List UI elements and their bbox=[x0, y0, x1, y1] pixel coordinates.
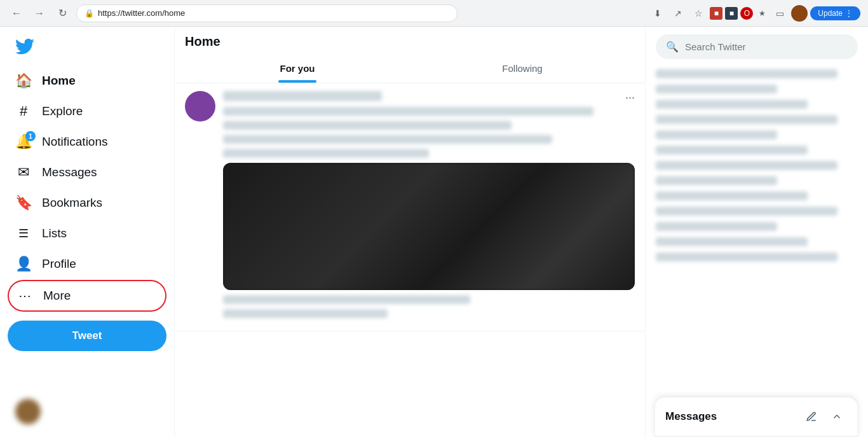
tweet-text-line-2 bbox=[223, 121, 512, 130]
sidebar: 🏠 Home # Explore 🔔 1 Notifications ✉ Mes… bbox=[0, 27, 175, 437]
sidebar-item-notifications[interactable]: 🔔 1 Notifications bbox=[8, 127, 166, 156]
trending-item-13 bbox=[656, 253, 837, 261]
trending-item-2 bbox=[656, 85, 777, 94]
tweet-body: ··· bbox=[223, 91, 635, 323]
sidebar-label-explore: Explore bbox=[42, 104, 83, 118]
more-icon: ⋯ bbox=[17, 288, 33, 304]
back-button[interactable]: ← bbox=[8, 4, 25, 22]
tweet-avatar[interactable] bbox=[185, 91, 215, 121]
search-icon: 🔍 bbox=[666, 41, 679, 53]
tweet-header: ··· bbox=[223, 91, 635, 104]
tweet-feed: ··· bbox=[175, 83, 645, 437]
lock-icon: 🔒 bbox=[85, 9, 94, 18]
tweet-button[interactable]: Tweet bbox=[8, 321, 166, 351]
sidebar-label-profile: Profile bbox=[42, 257, 76, 271]
ext-icon-2[interactable]: ■ bbox=[725, 7, 738, 20]
url-bar[interactable]: 🔒 https://twitter.com/home bbox=[76, 4, 458, 22]
sidebar-label-notifications: Notifications bbox=[42, 135, 108, 149]
ext-icon-3[interactable]: ★ bbox=[756, 7, 768, 20]
browser-actions: ⬇ ↗ ☆ ■ ■ O ★ ▭ Update ⋮ bbox=[649, 4, 860, 22]
messages-actions bbox=[801, 406, 847, 427]
trending-item-12 bbox=[656, 237, 808, 246]
tab-for-you[interactable]: For you bbox=[185, 54, 410, 83]
tweet-more-button[interactable]: ··· bbox=[625, 91, 635, 104]
tweet-image bbox=[223, 163, 635, 290]
sidebar-item-lists[interactable]: ☰ Lists bbox=[8, 219, 166, 248]
tweet-user-info bbox=[223, 91, 382, 101]
ext-icon-1[interactable]: ■ bbox=[710, 7, 722, 20]
tweet-text-line-3 bbox=[223, 135, 552, 144]
messages-title: Messages bbox=[665, 410, 717, 423]
trending-item-8 bbox=[656, 176, 777, 185]
main-header: Home For you Following bbox=[175, 27, 645, 83]
send-icon[interactable]: ↗ bbox=[669, 4, 687, 22]
twitter-logo[interactable] bbox=[8, 32, 166, 64]
explore-icon: # bbox=[15, 103, 32, 120]
profile-icon: 👤 bbox=[15, 256, 32, 272]
tweet-caption-line-2 bbox=[223, 309, 388, 318]
search-input[interactable] bbox=[685, 41, 848, 52]
user-avatar[interactable] bbox=[15, 399, 41, 424]
lists-icon: ☰ bbox=[15, 225, 32, 242]
main-content: Home For you Following ··· bbox=[175, 27, 646, 437]
sidebar-item-home[interactable]: 🏠 Home bbox=[8, 66, 166, 95]
trending-item-6 bbox=[656, 146, 808, 155]
sidebar-label-home: Home bbox=[42, 74, 76, 88]
refresh-button[interactable]: ↻ bbox=[53, 4, 71, 22]
tweet-caption-line-1 bbox=[223, 295, 470, 304]
update-button[interactable]: Update ⋮ bbox=[810, 6, 860, 20]
trending-item-3 bbox=[656, 100, 808, 109]
compose-message-button[interactable] bbox=[801, 406, 822, 427]
tweet-text-line-4 bbox=[223, 149, 429, 158]
sidebar-toggle-icon[interactable]: ▭ bbox=[771, 4, 789, 22]
download-icon[interactable]: ⬇ bbox=[649, 4, 667, 22]
home-icon: 🏠 bbox=[15, 73, 32, 89]
trending-item-4 bbox=[656, 115, 837, 124]
sidebar-item-messages[interactable]: ✉ Messages bbox=[8, 158, 166, 187]
page-title: Home bbox=[185, 34, 635, 54]
tweet-caption bbox=[223, 295, 635, 318]
tabs: For you Following bbox=[185, 54, 635, 83]
messages-icon: ✉ bbox=[15, 164, 32, 181]
messages-panel: Messages bbox=[654, 397, 858, 437]
sidebar-item-explore[interactable]: # Explore bbox=[8, 97, 166, 126]
browser-chrome: ← → ↻ 🔒 https://twitter.com/home ⬇ ↗ ☆ ■… bbox=[0, 0, 868, 27]
tweet-image-inner bbox=[223, 163, 635, 290]
trending-item-5 bbox=[656, 130, 777, 139]
update-label: Update bbox=[818, 9, 843, 18]
notification-badge: 1 bbox=[25, 131, 36, 141]
tab-following[interactable]: Following bbox=[410, 54, 635, 83]
tweet-text-line-1 bbox=[223, 107, 593, 116]
trending-item-1 bbox=[656, 69, 837, 78]
sidebar-item-more[interactable]: ⋯ More bbox=[8, 280, 166, 312]
browser-profile-avatar[interactable] bbox=[791, 5, 808, 22]
sidebar-label-bookmarks: Bookmarks bbox=[42, 196, 102, 210]
sidebar-label-lists: Lists bbox=[42, 226, 67, 240]
search-bar[interactable]: 🔍 bbox=[656, 34, 858, 59]
bookmarks-icon: 🔖 bbox=[15, 195, 32, 211]
update-chevron: ⋮ bbox=[845, 9, 853, 18]
star-icon[interactable]: ☆ bbox=[689, 4, 707, 22]
trending-item-11 bbox=[656, 222, 777, 231]
collapse-messages-button[interactable] bbox=[827, 406, 847, 427]
sidebar-bottom bbox=[8, 391, 166, 432]
app-layout: 🏠 Home # Explore 🔔 1 Notifications ✉ Mes… bbox=[0, 27, 868, 437]
sidebar-label-messages: Messages bbox=[42, 165, 97, 179]
tweet-card: ··· bbox=[175, 83, 645, 331]
sidebar-item-bookmarks[interactable]: 🔖 Bookmarks bbox=[8, 188, 166, 218]
trending-item-7 bbox=[656, 161, 837, 170]
trending-item-10 bbox=[656, 207, 837, 216]
url-text: https://twitter.com/home bbox=[98, 8, 185, 18]
sidebar-label-more: More bbox=[43, 289, 71, 303]
right-sidebar: 🔍 bbox=[646, 27, 868, 437]
forward-button[interactable]: → bbox=[31, 4, 48, 22]
sidebar-item-profile[interactable]: 👤 Profile bbox=[8, 249, 166, 279]
ext-icon-opera[interactable]: O bbox=[740, 7, 753, 20]
messages-header: Messages bbox=[655, 398, 857, 436]
trending-item-9 bbox=[656, 191, 808, 200]
